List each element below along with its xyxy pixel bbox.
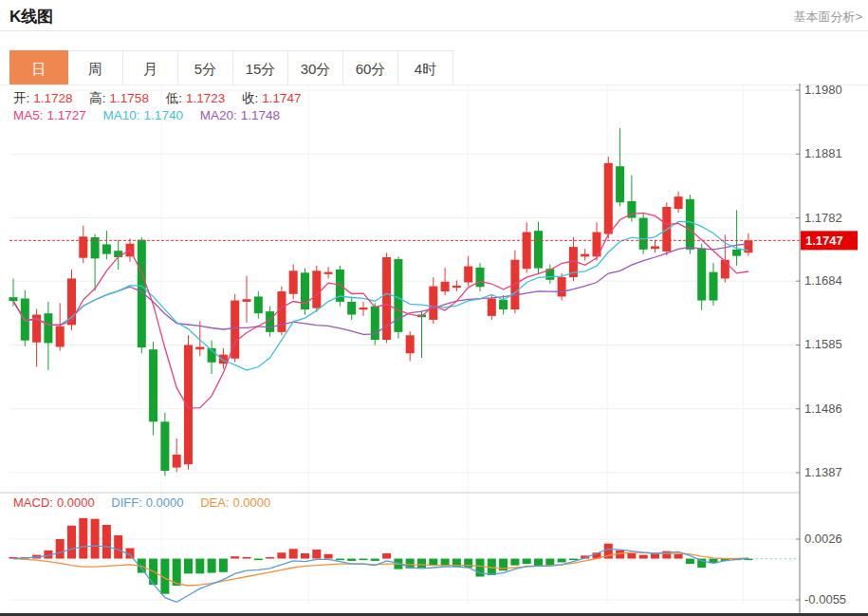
macd-bar [429, 559, 437, 566]
candle-body [360, 308, 368, 309]
macd-bar [476, 559, 485, 577]
tab-m30[interactable]: 30分 [288, 50, 343, 85]
candle-body [581, 254, 589, 257]
macd-bar [254, 559, 263, 561]
candle-body [56, 327, 65, 347]
candle-body [732, 250, 741, 256]
fundamental-analysis-link[interactable]: 基本面分析> [793, 9, 862, 26]
macd-bar [266, 557, 274, 559]
candle-body [9, 297, 18, 301]
tab-m15[interactable]: 15分 [233, 50, 288, 85]
candle-body [558, 277, 566, 296]
header: K线图 基本面分析> [0, 0, 868, 31]
macd-bar [114, 535, 122, 558]
macd-bar [417, 559, 426, 568]
tab-week[interactable]: 周 [68, 50, 123, 85]
low-label: 低: [166, 91, 182, 105]
candle-body [173, 455, 181, 468]
macd-bar [360, 559, 368, 561]
macd-bar [195, 559, 204, 574]
low-value: 1.1723 [186, 91, 225, 105]
tab-day[interactable]: 日 [9, 50, 68, 85]
close-label: 收: [242, 91, 258, 105]
candle-body [651, 246, 659, 249]
candle-body [604, 163, 613, 234]
candle-body [429, 287, 437, 320]
y-axis-label: 1.1486 [804, 401, 842, 416]
kline-widget: K线图 基本面分析> 日周月5分15分30分60分4时 1.19801.1881… [0, 0, 868, 616]
tab-month[interactable]: 月 [123, 50, 178, 85]
macd-y-axis-label: -0.0055 [804, 592, 846, 607]
macd-bar [382, 553, 391, 559]
candle-body [289, 271, 298, 293]
macd-bar [347, 559, 356, 561]
dea-label: DEA: [200, 495, 229, 510]
candle-body [347, 302, 356, 315]
y-axis-label: 1.1684 [804, 273, 842, 288]
y-axis-label: 1.1782 [804, 211, 842, 225]
y-axis-label: 1.1980 [804, 84, 842, 97]
tab-m60[interactable]: 60分 [343, 50, 398, 85]
macd-bar [312, 550, 321, 558]
candlestick-chart-svg[interactable]: 1.19801.18811.17821.16841.15851.14861.13… [0, 84, 868, 616]
candle-body [499, 300, 508, 309]
macd-bar [510, 559, 519, 566]
macd-bar [558, 559, 566, 563]
candle-body [44, 313, 52, 343]
macd-bar [523, 559, 531, 565]
candle-body [371, 307, 379, 340]
candle-body [406, 335, 415, 353]
candle-body [488, 299, 496, 316]
candle-body [534, 231, 543, 268]
macd-bar [569, 559, 578, 561]
candle-body [243, 299, 251, 302]
diff-line [13, 546, 748, 602]
diff-label: DIFF: [111, 495, 142, 510]
macd-bar [464, 559, 472, 568]
macd-bar [184, 559, 193, 574]
candle-body [710, 272, 718, 301]
dea-value: 0.0000 [233, 495, 271, 510]
candle-body [697, 249, 706, 301]
candle-body [102, 244, 111, 253]
candle-body [195, 346, 204, 349]
open-label: 开: [13, 91, 29, 105]
candle-body [523, 233, 531, 270]
candle-body [149, 349, 157, 421]
tab-m5[interactable]: 5分 [178, 50, 233, 85]
ma5-value: 1.1727 [47, 108, 86, 122]
macd-bar [336, 559, 344, 561]
macd-bar [243, 557, 251, 559]
open-value: 1.1728 [33, 91, 72, 105]
candle-body [312, 271, 321, 308]
candle-body [254, 296, 263, 313]
tab-h4[interactable]: 4时 [398, 50, 453, 85]
candle-body [674, 196, 683, 209]
high-label: 高: [89, 91, 105, 105]
macd-bar [371, 559, 379, 561]
diff-value: 0.0000 [146, 495, 184, 510]
macd-label: MACD: [13, 495, 53, 510]
macd-value: 0.0000 [57, 495, 95, 510]
ma5-line [13, 213, 748, 407]
macd-bar [301, 553, 309, 559]
candle-body [324, 272, 333, 274]
y-axis-label: 1.1881 [804, 146, 842, 160]
chart-area: 1.19801.18811.17821.16841.15851.14861.13… [0, 84, 868, 616]
ma5-label: MA5: [13, 108, 44, 122]
y-axis-label: 1.1585 [804, 337, 842, 351]
candle-body [721, 260, 729, 279]
candle-body [79, 236, 87, 257]
macd-bar [91, 519, 100, 559]
candle-body [464, 267, 472, 283]
ma-legend: MA5:1.1727 MA10:1.1740 MA20:1.1748 [13, 108, 284, 122]
close-value: 1.1747 [262, 91, 301, 105]
macd-bar [102, 525, 111, 559]
macd-legend: MACD:0.0000 DIFF:0.0000 DEA:0.0000 [13, 495, 274, 510]
ma10-line [13, 221, 748, 370]
macd-bar [639, 555, 648, 559]
y-axis-label: 1.1387 [804, 465, 842, 479]
ma20-line [13, 244, 748, 334]
macd-bar [674, 554, 683, 559]
candle-body [639, 218, 648, 250]
